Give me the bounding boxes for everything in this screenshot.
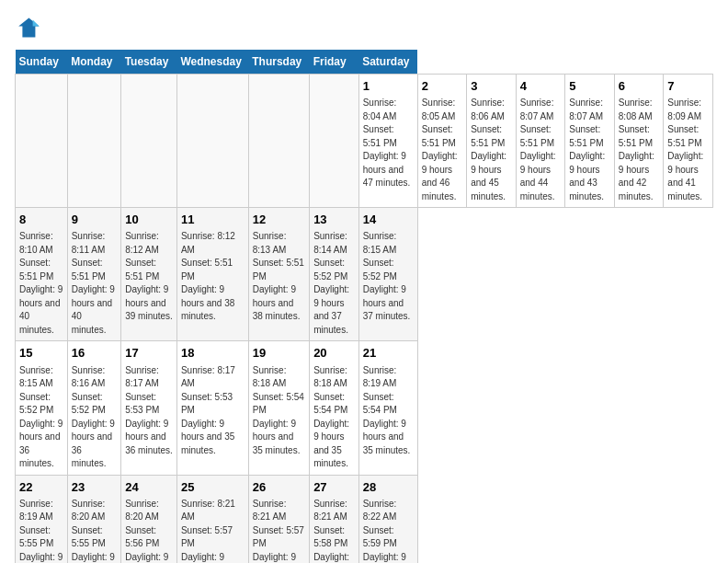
day-number: 14 bbox=[363, 212, 414, 228]
day-number: 9 bbox=[72, 212, 118, 228]
day-number: 7 bbox=[667, 78, 709, 95]
day-info: Sunrise: 8:19 AMSunset: 5:55 PMDaylight:… bbox=[19, 498, 63, 563]
week-row-0: 1Sunrise: 8:04 AMSunset: 5:51 PMDaylight… bbox=[16, 75, 713, 208]
day-info: Sunrise: 8:22 AMSunset: 5:59 PMDaylight:… bbox=[363, 498, 414, 563]
day-cell bbox=[16, 75, 68, 208]
calendar-container: SundayMondayTuesdayWednesdayThursdayFrid… bbox=[0, 0, 728, 563]
day-cell: 13Sunrise: 8:14 AMSunset: 5:52 PMDayligh… bbox=[310, 208, 359, 341]
day-cell: 22Sunrise: 8:19 AMSunset: 5:55 PMDayligh… bbox=[16, 475, 68, 563]
logo bbox=[15, 15, 44, 40]
day-number: 24 bbox=[125, 479, 173, 496]
day-info: Sunrise: 8:21 AMSunset: 5:57 PMDaylight:… bbox=[253, 498, 305, 563]
day-number: 23 bbox=[72, 479, 118, 496]
day-number: 27 bbox=[313, 479, 355, 496]
day-number: 18 bbox=[181, 345, 245, 362]
day-info: Sunrise: 8:10 AMSunset: 5:51 PMDaylight:… bbox=[19, 230, 63, 337]
day-cell: 27Sunrise: 8:21 AMSunset: 5:58 PMDayligh… bbox=[310, 475, 359, 563]
day-info: Sunrise: 8:19 AMSunset: 5:54 PMDaylight:… bbox=[363, 364, 414, 458]
day-cell bbox=[67, 75, 121, 208]
header-friday: Friday bbox=[310, 50, 359, 75]
day-info: Sunrise: 8:06 AMSunset: 5:51 PMDaylight:… bbox=[471, 97, 512, 203]
day-info: Sunrise: 8:15 AMSunset: 5:52 PMDaylight:… bbox=[19, 364, 63, 471]
day-cell: 17Sunrise: 8:17 AMSunset: 5:53 PMDayligh… bbox=[121, 341, 177, 475]
day-number: 22 bbox=[19, 479, 63, 496]
day-number: 19 bbox=[253, 345, 305, 362]
day-cell: 1Sunrise: 8:04 AMSunset: 5:51 PMDaylight… bbox=[358, 75, 417, 208]
header-wednesday: Wednesday bbox=[176, 50, 248, 75]
day-info: Sunrise: 8:11 AMSunset: 5:51 PMDaylight:… bbox=[72, 230, 118, 337]
day-info: Sunrise: 8:14 AMSunset: 5:52 PMDaylight:… bbox=[313, 230, 355, 337]
header-monday: Monday bbox=[67, 50, 121, 75]
day-number: 5 bbox=[569, 78, 610, 95]
day-info: Sunrise: 8:12 AMSunset: 5:51 PMDaylight:… bbox=[181, 230, 245, 324]
day-cell: 7Sunrise: 8:09 AMSunset: 5:51 PMDaylight… bbox=[664, 75, 713, 208]
day-info: Sunrise: 8:21 AMSunset: 5:58 PMDaylight:… bbox=[313, 498, 355, 563]
day-info: Sunrise: 8:12 AMSunset: 5:51 PMDaylight:… bbox=[125, 230, 173, 324]
day-cell: 28Sunrise: 8:22 AMSunset: 5:59 PMDayligh… bbox=[358, 475, 417, 563]
day-info: Sunrise: 8:20 AMSunset: 5:56 PMDaylight:… bbox=[125, 498, 173, 563]
day-number: 15 bbox=[19, 345, 63, 362]
day-info: Sunrise: 8:04 AMSunset: 5:51 PMDaylight:… bbox=[363, 97, 414, 190]
week-row-2: 15Sunrise: 8:15 AMSunset: 5:52 PMDayligh… bbox=[16, 341, 713, 475]
header-thursday: Thursday bbox=[248, 50, 309, 75]
day-cell: 2Sunrise: 8:05 AMSunset: 5:51 PMDaylight… bbox=[417, 75, 467, 208]
day-cell: 11Sunrise: 8:12 AMSunset: 5:51 PMDayligh… bbox=[176, 208, 248, 341]
day-number: 17 bbox=[125, 345, 173, 362]
header-row: SundayMondayTuesdayWednesdayThursdayFrid… bbox=[16, 50, 713, 75]
day-info: Sunrise: 8:05 AMSunset: 5:51 PMDaylight:… bbox=[422, 97, 463, 203]
day-cell: 5Sunrise: 8:07 AMSunset: 5:51 PMDaylight… bbox=[565, 75, 615, 208]
day-cell bbox=[248, 75, 309, 208]
day-cell: 18Sunrise: 8:17 AMSunset: 5:53 PMDayligh… bbox=[176, 341, 248, 475]
day-number: 21 bbox=[363, 345, 414, 362]
day-number: 20 bbox=[313, 345, 355, 362]
day-number: 3 bbox=[471, 78, 512, 95]
header-saturday: Saturday bbox=[358, 50, 417, 75]
day-cell: 25Sunrise: 8:21 AMSunset: 5:57 PMDayligh… bbox=[176, 475, 248, 563]
day-number: 10 bbox=[125, 212, 173, 228]
day-cell: 6Sunrise: 8:08 AMSunset: 5:51 PMDaylight… bbox=[614, 75, 664, 208]
calendar-table: SundayMondayTuesdayWednesdayThursdayFrid… bbox=[15, 50, 713, 563]
day-number: 2 bbox=[422, 78, 463, 95]
day-info: Sunrise: 8:08 AMSunset: 5:51 PMDaylight:… bbox=[619, 97, 660, 203]
day-number: 12 bbox=[253, 212, 305, 228]
day-number: 26 bbox=[253, 479, 305, 496]
day-cell: 9Sunrise: 8:11 AMSunset: 5:51 PMDaylight… bbox=[67, 208, 121, 341]
day-info: Sunrise: 8:17 AMSunset: 5:53 PMDaylight:… bbox=[181, 364, 245, 458]
day-number: 8 bbox=[19, 212, 63, 228]
day-cell: 14Sunrise: 8:15 AMSunset: 5:52 PMDayligh… bbox=[358, 208, 417, 341]
day-cell bbox=[121, 75, 177, 208]
day-info: Sunrise: 8:16 AMSunset: 5:52 PMDaylight:… bbox=[72, 364, 118, 471]
week-row-1: 8Sunrise: 8:10 AMSunset: 5:51 PMDaylight… bbox=[16, 208, 713, 341]
header-tuesday: Tuesday bbox=[121, 50, 177, 75]
day-cell: 24Sunrise: 8:20 AMSunset: 5:56 PMDayligh… bbox=[121, 475, 177, 563]
day-number: 4 bbox=[520, 78, 562, 95]
day-info: Sunrise: 8:17 AMSunset: 5:53 PMDaylight:… bbox=[125, 364, 173, 458]
day-number: 1 bbox=[363, 78, 414, 95]
day-cell: 16Sunrise: 8:16 AMSunset: 5:52 PMDayligh… bbox=[67, 341, 121, 475]
day-cell: 4Sunrise: 8:07 AMSunset: 5:51 PMDaylight… bbox=[516, 75, 565, 208]
day-cell: 15Sunrise: 8:15 AMSunset: 5:52 PMDayligh… bbox=[16, 341, 68, 475]
header-sunday: Sunday bbox=[16, 50, 68, 75]
day-number: 13 bbox=[313, 212, 355, 228]
day-info: Sunrise: 8:21 AMSunset: 5:57 PMDaylight:… bbox=[181, 498, 245, 563]
day-number: 28 bbox=[363, 479, 414, 496]
day-info: Sunrise: 8:18 AMSunset: 5:54 PMDaylight:… bbox=[253, 364, 305, 458]
day-info: Sunrise: 8:18 AMSunset: 5:54 PMDaylight:… bbox=[313, 364, 355, 471]
day-cell: 20Sunrise: 8:18 AMSunset: 5:54 PMDayligh… bbox=[310, 341, 359, 475]
day-cell: 19Sunrise: 8:18 AMSunset: 5:54 PMDayligh… bbox=[248, 341, 309, 475]
day-info: Sunrise: 8:20 AMSunset: 5:55 PMDaylight:… bbox=[72, 498, 118, 563]
day-number: 16 bbox=[72, 345, 118, 362]
day-cell bbox=[176, 75, 248, 208]
logo-icon bbox=[15, 15, 40, 40]
day-cell bbox=[310, 75, 359, 208]
day-info: Sunrise: 8:09 AMSunset: 5:51 PMDaylight:… bbox=[667, 97, 709, 203]
day-cell: 26Sunrise: 8:21 AMSunset: 5:57 PMDayligh… bbox=[248, 475, 309, 563]
day-info: Sunrise: 8:07 AMSunset: 5:51 PMDaylight:… bbox=[520, 97, 562, 203]
day-info: Sunrise: 8:15 AMSunset: 5:52 PMDaylight:… bbox=[363, 230, 414, 324]
day-info: Sunrise: 8:07 AMSunset: 5:51 PMDaylight:… bbox=[569, 97, 610, 203]
header bbox=[15, 15, 713, 40]
day-number: 11 bbox=[181, 212, 245, 228]
day-info: Sunrise: 8:13 AMSunset: 5:51 PMDaylight:… bbox=[253, 230, 305, 324]
day-cell: 8Sunrise: 8:10 AMSunset: 5:51 PMDaylight… bbox=[16, 208, 68, 341]
day-cell: 23Sunrise: 8:20 AMSunset: 5:55 PMDayligh… bbox=[67, 475, 121, 563]
